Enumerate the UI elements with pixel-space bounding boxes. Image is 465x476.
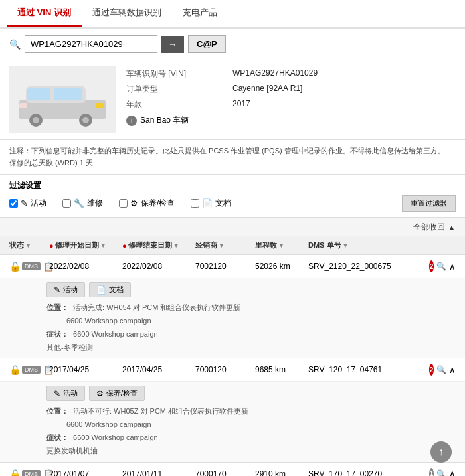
record-1-detail: ✎ 活动 📄 文档 位置： 活动完成: WH054 对 PCM 和组合仪表执行软… [0,278,465,358]
svg-rect-8 [96,103,104,108]
tab-vin[interactable]: 通过 VIN 识别 [7,0,82,27]
collapse-all-button[interactable]: 全部收回 ▲ [413,222,456,233]
order-type-label: 订单类型 [126,84,232,95]
dms-badge-2: DMS [22,366,41,374]
col-date-start: ● 修理开始日期 ▼ [49,240,122,250]
record-2-date-end: 2017/04/25 [122,365,195,374]
dms-badge-3: DMS [22,470,41,476]
record-2-date-start: 2017/04/25 [49,365,122,374]
record-1-expand: 2 🔍 ∧ [429,260,456,272]
filter-repair-label: 维修 [87,198,103,209]
record-2-expand: 2 🔍 ∧ [429,364,456,376]
record-3-dms: SRV_170_17_00270 [308,469,429,476]
record-2-mileage: 9685 km [255,365,308,374]
cop-button[interactable]: C@P [188,35,226,53]
tab-vehicle-data[interactable]: 通过车辆数据识别 [82,0,172,27]
filter-maintenance-label: 保养/检查 [141,198,175,209]
record-1-symptom: 6600 Workshop campaign [73,330,158,338]
record-1-other: 其他-冬季检测 [46,343,93,351]
filter-document: 📄 文档 [191,198,231,209]
tag-document-1[interactable]: 📄 文档 [89,282,131,297]
record-2-status: 🔒 DMS 📋 [9,364,49,375]
sort-date-start-icon[interactable]: ▼ [100,242,106,249]
col-status: 状态 ▼ [9,240,49,250]
record-3-date-start: 2017/01/07 [49,469,122,476]
record-3-count: 1 [429,468,434,476]
record-1-main: 🔒 DMS 📋 2022/02/08 2022/02/08 7002120 52… [0,255,465,278]
tag-maintenance-2[interactable]: ⚙ 保养/检查 [89,386,145,401]
record-3-status: 🔒 DMS 📋 [9,469,49,476]
record-2-other: 更换发动机机油 [46,447,98,455]
record-2-search-icon[interactable]: 🔍 [436,365,446,374]
record-3-date-end: 2017/01/11 [122,469,195,476]
tag-activity-label-2: 活动 [63,388,78,398]
record-2-dms: SRV_120_17_04761 [308,365,429,374]
notice: 注释：下列信息可能并非完整的车辆历史记录。此处只提供在 PCSS 作业管理 (P… [0,140,465,175]
year-value: 2017 [232,99,250,110]
records-table: 状态 ▼ ● 修理开始日期 ▼ ● 修理结束日期 ▼ 经销商 ▼ 里程数 ▼ D… [0,236,465,476]
order-type-value: Cayenne [92AA R1] [232,84,302,95]
record-1-dms: SRV_2120_22_000675 [308,262,429,271]
sort-dms-icon[interactable]: ▼ [343,242,349,249]
svg-point-3 [33,117,39,123]
search-bar: 🔍 → C@P [0,29,465,60]
svg-rect-9 [19,103,27,108]
notice-line2: 保修的总天数 (WRD) 1 天 [9,157,456,169]
record-1-expand-arrow[interactable]: ∧ [449,262,456,272]
activity-tag-icon: ✎ [54,285,60,295]
record-3-main: 🔒 DMS 📋 2017/01/07 2017/01/11 7000170 29… [0,463,465,476]
record-1-date-end: 2022/02/08 [122,262,195,271]
notice-line1: 注释：下列信息可能并非完整的车辆历史记录。此处只提供在 PCSS 作业管理 (P… [9,145,456,157]
filter-repair: 🔧 维修 [62,198,103,209]
record-1-location-detail: 活动完成: WH054 对 PCM 和组合仪表执行软件更新 [73,303,240,311]
collapse-all-label: 全部收回 [413,222,445,233]
dms-badge-1: DMS [22,262,41,270]
record-2-info: 位置： 活动不可行: WH05Z 对 PCM 和组合仪表执行软件更新 6600 … [46,405,456,457]
svg-rect-6 [27,88,50,100]
record-1-info: 位置： 活动完成: WH054 对 PCM 和组合仪表执行软件更新 6600 W… [46,301,456,354]
filter-maintenance-checkbox[interactable] [119,199,128,208]
filter-document-checkbox[interactable] [191,199,199,208]
col-date-end: ● 修理结束日期 ▼ [122,240,195,250]
scroll-top-button[interactable]: ↑ [430,441,452,463]
search-icon: 🔍 [9,39,21,50]
repair-icon: 🔧 [74,198,84,208]
tag-document-label-1: 文档 [109,285,124,295]
tag-activity-1[interactable]: ✎ 活动 [46,282,85,297]
vehicle-image [9,66,116,133]
tab-charging[interactable]: 充电产品 [172,0,228,27]
record-3-mileage: 2910 km [255,469,308,476]
tag-activity-2[interactable]: ✎ 活动 [46,386,85,401]
vin-value: WP1AG2927HKA01029 [232,68,318,80]
sanbao-icon: i [126,116,137,126]
record-3-dealer: 7000170 [195,469,255,476]
year-label: 年款 [126,99,232,110]
search-arrow-button[interactable]: → [161,36,184,53]
sort-status-icon[interactable]: ▼ [25,242,31,249]
record-2-expand-arrow[interactable]: ∧ [449,365,456,375]
record-1-tags: ✎ 活动 📄 文档 [46,282,456,297]
reset-filter-button[interactable]: 重置过滤器 [402,195,456,212]
record-1-search-icon[interactable]: 🔍 [436,262,446,271]
filter-repair-checkbox[interactable] [62,199,71,208]
filter-activity-checkbox[interactable] [9,199,18,208]
record-2-main: 🔒 DMS 📋 2017/04/25 2017/04/25 7000120 96… [0,358,465,381]
sort-date-end-icon[interactable]: ▼ [173,242,179,249]
record-1-count: 2 [429,260,434,272]
record-2-detail: ✎ 活动 ⚙ 保养/检查 位置： 活动不可行: WH05Z 对 PCM 和组合仪… [0,381,465,461]
sort-dealer-icon[interactable]: ▼ [219,242,225,249]
tag-activity-label-1: 活动 [63,285,78,295]
filter-maintenance: ⚙ 保养/检查 [119,198,175,209]
collapse-icon: ▲ [448,223,456,232]
record-1-date-start: 2022/02/08 [49,262,122,271]
filter-document-label: 文档 [215,198,231,209]
search-input[interactable] [25,35,157,53]
record-3-search-icon[interactable]: 🔍 [436,469,446,476]
svg-rect-7 [54,88,82,100]
record-3-expand-arrow[interactable]: ∧ [449,469,456,476]
record-2-dealer: 7000120 [195,365,255,374]
filter-activity: ✎ 活动 [9,198,46,209]
top-tabs: 通过 VIN 识别 通过车辆数据识别 充电产品 [0,0,465,29]
col-date-start-arrow: ● [49,242,54,250]
sort-mileage-icon[interactable]: ▼ [278,242,284,249]
